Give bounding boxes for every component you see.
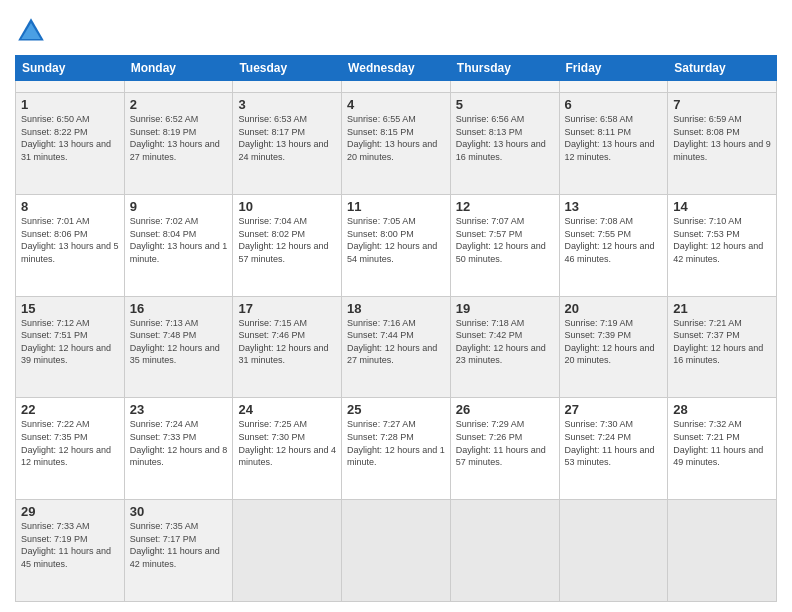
day-info: Sunrise: 7:13 AM Sunset: 7:48 PM Dayligh…: [130, 317, 228, 367]
day-info: Sunrise: 7:19 AM Sunset: 7:39 PM Dayligh…: [565, 317, 663, 367]
calendar-table: Sunday Monday Tuesday Wednesday Thursday…: [15, 55, 777, 602]
calendar-week-row: 22 Sunrise: 7:22 AM Sunset: 7:35 PM Dayl…: [16, 398, 777, 500]
day-number: 1: [21, 97, 119, 112]
day-number: 29: [21, 504, 119, 519]
table-row: [233, 81, 342, 93]
table-row: [342, 81, 451, 93]
day-info: Sunrise: 7:32 AM Sunset: 7:21 PM Dayligh…: [673, 418, 771, 468]
table-row: 26 Sunrise: 7:29 AM Sunset: 7:26 PM Dayl…: [450, 398, 559, 500]
day-info: Sunrise: 7:22 AM Sunset: 7:35 PM Dayligh…: [21, 418, 119, 468]
day-number: 4: [347, 97, 445, 112]
calendar-week-row: 1 Sunrise: 6:50 AM Sunset: 8:22 PM Dayli…: [16, 93, 777, 195]
table-row: 10 Sunrise: 7:04 AM Sunset: 8:02 PM Dayl…: [233, 194, 342, 296]
day-info: Sunrise: 7:21 AM Sunset: 7:37 PM Dayligh…: [673, 317, 771, 367]
day-info: Sunrise: 6:50 AM Sunset: 8:22 PM Dayligh…: [21, 113, 119, 163]
table-row: [668, 81, 777, 93]
table-row: 1 Sunrise: 6:50 AM Sunset: 8:22 PM Dayli…: [16, 93, 125, 195]
day-number: 24: [238, 402, 336, 417]
day-info: Sunrise: 7:16 AM Sunset: 7:44 PM Dayligh…: [347, 317, 445, 367]
day-number: 20: [565, 301, 663, 316]
table-row: 8 Sunrise: 7:01 AM Sunset: 8:06 PM Dayli…: [16, 194, 125, 296]
table-row: 15 Sunrise: 7:12 AM Sunset: 7:51 PM Dayl…: [16, 296, 125, 398]
day-info: Sunrise: 7:30 AM Sunset: 7:24 PM Dayligh…: [565, 418, 663, 468]
col-thursday: Thursday: [450, 56, 559, 81]
day-info: Sunrise: 7:08 AM Sunset: 7:55 PM Dayligh…: [565, 215, 663, 265]
table-row: 3 Sunrise: 6:53 AM Sunset: 8:17 PM Dayli…: [233, 93, 342, 195]
table-row: [124, 81, 233, 93]
page: Sunday Monday Tuesday Wednesday Thursday…: [0, 0, 792, 612]
day-info: Sunrise: 7:24 AM Sunset: 7:33 PM Dayligh…: [130, 418, 228, 468]
day-info: Sunrise: 7:18 AM Sunset: 7:42 PM Dayligh…: [456, 317, 554, 367]
day-number: 17: [238, 301, 336, 316]
logo: [15, 15, 51, 47]
day-number: 13: [565, 199, 663, 214]
day-info: Sunrise: 7:15 AM Sunset: 7:46 PM Dayligh…: [238, 317, 336, 367]
table-row: 24 Sunrise: 7:25 AM Sunset: 7:30 PM Dayl…: [233, 398, 342, 500]
table-row: 27 Sunrise: 7:30 AM Sunset: 7:24 PM Dayl…: [559, 398, 668, 500]
day-number: 3: [238, 97, 336, 112]
table-row: 19 Sunrise: 7:18 AM Sunset: 7:42 PM Dayl…: [450, 296, 559, 398]
table-row: 18 Sunrise: 7:16 AM Sunset: 7:44 PM Dayl…: [342, 296, 451, 398]
day-number: 14: [673, 199, 771, 214]
day-info: Sunrise: 7:35 AM Sunset: 7:17 PM Dayligh…: [130, 520, 228, 570]
day-number: 27: [565, 402, 663, 417]
table-row: [450, 81, 559, 93]
day-number: 10: [238, 199, 336, 214]
table-row: 21 Sunrise: 7:21 AM Sunset: 7:37 PM Dayl…: [668, 296, 777, 398]
day-number: 26: [456, 402, 554, 417]
col-tuesday: Tuesday: [233, 56, 342, 81]
col-monday: Monday: [124, 56, 233, 81]
table-row: 25 Sunrise: 7:27 AM Sunset: 7:28 PM Dayl…: [342, 398, 451, 500]
day-info: Sunrise: 6:53 AM Sunset: 8:17 PM Dayligh…: [238, 113, 336, 163]
day-number: 9: [130, 199, 228, 214]
day-info: Sunrise: 7:01 AM Sunset: 8:06 PM Dayligh…: [21, 215, 119, 265]
day-number: 30: [130, 504, 228, 519]
table-row: 14 Sunrise: 7:10 AM Sunset: 7:53 PM Dayl…: [668, 194, 777, 296]
day-info: Sunrise: 6:55 AM Sunset: 8:15 PM Dayligh…: [347, 113, 445, 163]
day-number: 12: [456, 199, 554, 214]
day-info: Sunrise: 6:59 AM Sunset: 8:08 PM Dayligh…: [673, 113, 771, 163]
table-row: 22 Sunrise: 7:22 AM Sunset: 7:35 PM Dayl…: [16, 398, 125, 500]
col-wednesday: Wednesday: [342, 56, 451, 81]
calendar-week-row: 15 Sunrise: 7:12 AM Sunset: 7:51 PM Dayl…: [16, 296, 777, 398]
day-info: Sunrise: 7:29 AM Sunset: 7:26 PM Dayligh…: [456, 418, 554, 468]
day-info: Sunrise: 7:05 AM Sunset: 8:00 PM Dayligh…: [347, 215, 445, 265]
table-row: [16, 81, 125, 93]
day-info: Sunrise: 7:25 AM Sunset: 7:30 PM Dayligh…: [238, 418, 336, 468]
table-row: [559, 81, 668, 93]
day-number: 5: [456, 97, 554, 112]
day-number: 16: [130, 301, 228, 316]
day-info: Sunrise: 7:27 AM Sunset: 7:28 PM Dayligh…: [347, 418, 445, 468]
day-number: 18: [347, 301, 445, 316]
table-row: 11 Sunrise: 7:05 AM Sunset: 8:00 PM Dayl…: [342, 194, 451, 296]
day-number: 23: [130, 402, 228, 417]
day-info: Sunrise: 7:12 AM Sunset: 7:51 PM Dayligh…: [21, 317, 119, 367]
table-row: 4 Sunrise: 6:55 AM Sunset: 8:15 PM Dayli…: [342, 93, 451, 195]
day-number: 22: [21, 402, 119, 417]
day-number: 21: [673, 301, 771, 316]
calendar-week-row: 8 Sunrise: 7:01 AM Sunset: 8:06 PM Dayli…: [16, 194, 777, 296]
table-row: 13 Sunrise: 7:08 AM Sunset: 7:55 PM Dayl…: [559, 194, 668, 296]
day-info: Sunrise: 7:07 AM Sunset: 7:57 PM Dayligh…: [456, 215, 554, 265]
calendar-week-row: 29 Sunrise: 7:33 AM Sunset: 7:19 PM Dayl…: [16, 500, 777, 602]
table-row: 5 Sunrise: 6:56 AM Sunset: 8:13 PM Dayli…: [450, 93, 559, 195]
table-row: 17 Sunrise: 7:15 AM Sunset: 7:46 PM Dayl…: [233, 296, 342, 398]
header: [15, 15, 777, 47]
day-number: 7: [673, 97, 771, 112]
table-row: 29 Sunrise: 7:33 AM Sunset: 7:19 PM Dayl…: [16, 500, 125, 602]
day-number: 28: [673, 402, 771, 417]
day-number: 6: [565, 97, 663, 112]
col-sunday: Sunday: [16, 56, 125, 81]
table-row: 20 Sunrise: 7:19 AM Sunset: 7:39 PM Dayl…: [559, 296, 668, 398]
day-info: Sunrise: 7:02 AM Sunset: 8:04 PM Dayligh…: [130, 215, 228, 265]
table-row: 28 Sunrise: 7:32 AM Sunset: 7:21 PM Dayl…: [668, 398, 777, 500]
table-row: [668, 500, 777, 602]
day-number: 11: [347, 199, 445, 214]
table-row: 9 Sunrise: 7:02 AM Sunset: 8:04 PM Dayli…: [124, 194, 233, 296]
day-info: Sunrise: 7:04 AM Sunset: 8:02 PM Dayligh…: [238, 215, 336, 265]
calendar-week-row: [16, 81, 777, 93]
table-row: 16 Sunrise: 7:13 AM Sunset: 7:48 PM Dayl…: [124, 296, 233, 398]
day-number: 19: [456, 301, 554, 316]
table-row: 30 Sunrise: 7:35 AM Sunset: 7:17 PM Dayl…: [124, 500, 233, 602]
table-row: 6 Sunrise: 6:58 AM Sunset: 8:11 PM Dayli…: [559, 93, 668, 195]
